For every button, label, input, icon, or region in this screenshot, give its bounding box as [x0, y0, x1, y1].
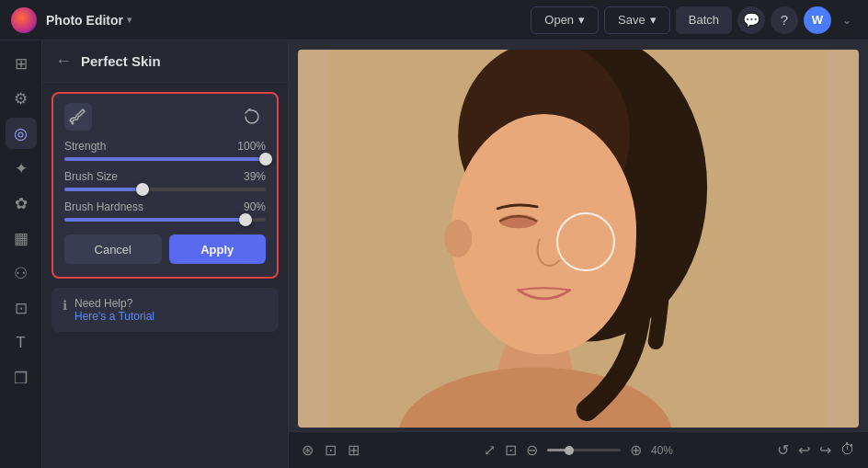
sidebar-icon-text[interactable]: T — [6, 327, 37, 359]
panel-title: Perfect Skin — [81, 53, 161, 69]
zoom-slider-thumb[interactable] — [565, 446, 574, 455]
help-need-text: Need Help? — [74, 297, 154, 310]
canvas-image — [298, 50, 859, 428]
strength-fill — [64, 157, 266, 161]
brush-size-slider-row: Brush Size 39% — [64, 170, 266, 191]
sidebar-icon-stamp[interactable]: ❒ — [6, 362, 37, 394]
brush-hardness-thumb[interactable] — [239, 213, 252, 226]
info-icon: ℹ — [63, 298, 67, 313]
reset-tool-icon[interactable] — [238, 103, 266, 131]
zoom-level: 40% — [651, 444, 673, 457]
strength-track[interactable] — [64, 157, 266, 161]
brush-hardness-slider-row: Brush Hardness 90% — [64, 200, 266, 222]
brush-hardness-label: Brush Hardness — [64, 200, 143, 213]
sidebar-icon-eye[interactable]: ◎ — [6, 118, 37, 149]
zoom-slider[interactable] — [547, 449, 621, 451]
brush-size-value: 39% — [244, 170, 266, 183]
zoom-in-icon[interactable]: ⊕ — [630, 441, 642, 459]
help-button[interactable]: ? — [771, 6, 798, 34]
topbar-actions: Open ▾ Save ▾ Batch 💬 ? W ⌄ — [531, 6, 857, 34]
tutorial-link[interactable]: Here's a Tutorial — [74, 310, 154, 323]
actual-size-icon[interactable]: ⊡ — [505, 441, 517, 459]
history-icon[interactable]: ⏱ — [840, 441, 855, 459]
strength-slider-row: Strength 100% — [64, 140, 266, 161]
cancel-button[interactable]: Cancel — [64, 234, 162, 264]
brush-tool-icon[interactable] — [64, 103, 92, 131]
rotate-icon[interactable]: ↺ — [777, 441, 789, 459]
sidebar-icon-adjust[interactable]: ⚙ — [6, 83, 37, 114]
sidebar-icon-people[interactable]: ⚇ — [6, 257, 37, 289]
open-button[interactable]: Open ▾ — [531, 6, 599, 34]
topbar: Photo Editor ▾ Open ▾ Save ▾ Batch 💬 ? W… — [0, 0, 868, 40]
svg-point-0 — [72, 122, 74, 125]
brush-cursor — [556, 212, 615, 271]
bottom-left-icons: ⊛ ⊡ ⊞ — [302, 441, 360, 459]
canvas-area[interactable]: ⊛ ⊡ ⊞ ⤢ ⊡ ⊖ ⊕ 40% ↺ ↩ ↪ ⏱ — [289, 40, 868, 468]
app-name: Photo Editor — [46, 13, 123, 28]
brush-hardness-value: 90% — [244, 200, 266, 213]
batch-button[interactable]: Batch — [676, 6, 732, 34]
brush-hardness-track[interactable] — [64, 218, 266, 222]
layers-bottom-icon[interactable]: ⊛ — [302, 441, 314, 459]
panel-back-button[interactable]: ← — [55, 51, 72, 71]
tool-card-icons — [64, 103, 266, 131]
sidebar-icon-grid[interactable]: ▦ — [6, 223, 37, 254]
save-button[interactable]: Save ▾ — [604, 6, 670, 34]
bottom-right-icons: ↺ ↩ ↪ ⏱ — [777, 441, 855, 459]
brush-size-track[interactable] — [64, 188, 266, 191]
bottom-bar: ⊛ ⊡ ⊞ ⤢ ⊡ ⊖ ⊕ 40% ↺ ↩ ↪ ⏱ — [289, 431, 868, 468]
strength-thumb[interactable] — [259, 153, 272, 166]
help-box: ℹ Need Help? Here's a Tutorial — [51, 288, 279, 332]
fit-icon[interactable]: ⤢ — [484, 441, 496, 459]
comment-button[interactable]: 💬 — [737, 6, 765, 34]
tool-card: Strength 100% Brush Size 39% — [51, 92, 279, 279]
panel-header: ← Perfect Skin — [42, 40, 288, 83]
sidebar-icon-crop[interactable]: ⊡ — [6, 292, 37, 324]
app-logo — [11, 7, 37, 33]
brush-size-fill — [64, 188, 143, 191]
user-avatar[interactable]: W — [804, 6, 831, 34]
help-content: Need Help? Here's a Tutorial — [74, 297, 154, 323]
brush-hardness-fill — [64, 218, 246, 222]
app-chevron[interactable]: ▾ — [127, 14, 132, 26]
zoom-out-icon[interactable]: ⊖ — [526, 441, 538, 459]
left-sidebar: ⊞ ⚙ ◎ ✦ ✿ ▦ ⚇ ⊡ T ❒ — [0, 40, 42, 468]
tool-buttons: Cancel Apply — [64, 234, 266, 264]
apply-button[interactable]: Apply — [169, 234, 267, 264]
undo-icon[interactable]: ↩ — [798, 441, 810, 459]
sidebar-icon-sparkle[interactable]: ✦ — [6, 153, 37, 184]
crop-bottom-icon[interactable]: ⊡ — [325, 441, 337, 459]
redo-icon[interactable]: ↪ — [819, 441, 831, 459]
main-area: ⊞ ⚙ ◎ ✦ ✿ ▦ ⚇ ⊡ T ❒ ← Perfect Skin — [0, 40, 868, 468]
sidebar-icon-layers[interactable]: ⊞ — [6, 48, 37, 79]
sidebar-icon-paint[interactable]: ✿ — [6, 188, 37, 219]
brush-size-label: Brush Size — [64, 170, 118, 183]
strength-label: Strength — [64, 140, 106, 153]
grid-bottom-icon[interactable]: ⊞ — [348, 441, 360, 459]
panel: ← Perfect Skin — [42, 40, 289, 468]
expand-icon[interactable]: ⌄ — [837, 10, 857, 30]
bottom-center-icons: ⤢ ⊡ ⊖ ⊕ 40% — [484, 441, 673, 459]
brush-size-thumb[interactable] — [136, 183, 149, 196]
svg-point-9 — [444, 220, 472, 257]
strength-value: 100% — [237, 140, 266, 153]
